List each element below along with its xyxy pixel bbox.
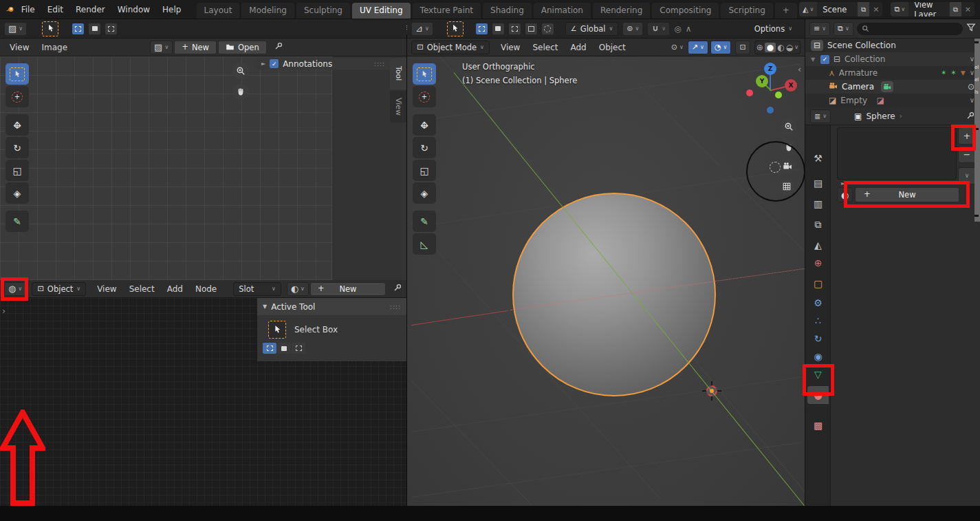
uv-active-tool-button[interactable] [42, 21, 58, 36]
uv-new-image-button[interactable]: +New [174, 41, 217, 54]
chevron-down-icon[interactable]: ∨ [970, 70, 974, 76]
pivot-point-button[interactable]: ⊚∨ [622, 22, 643, 36]
z-axis-ball[interactable]: Z [764, 63, 776, 75]
node-menu-add[interactable]: Add [162, 283, 188, 295]
vp-select-mode-extend[interactable] [492, 23, 504, 34]
workspace-tab-sculpting[interactable]: Sculpting [296, 3, 350, 19]
region-collapse-icon[interactable]: ‹ [798, 65, 801, 74]
options-dropdown[interactable]: Options∨ [749, 22, 798, 36]
outliner-row-scene-collection[interactable]: ⊟ Scene Collection [805, 39, 980, 52]
tab-material[interactable]: ◕ [807, 386, 829, 404]
tab-modifiers[interactable]: ⚙ [807, 294, 829, 312]
annotations-panel-header[interactable]: ► ✓ Annotations :::: [256, 58, 391, 70]
panel-grip[interactable]: :::: [374, 61, 385, 67]
viewport-editor-type-button[interactable]: ⊿∨ [411, 22, 433, 36]
slots-expander-icon[interactable]: ► [841, 181, 845, 187]
viewport-canvas[interactable]: User Orthographic (1) Scene Collection |… [407, 56, 805, 506]
neg-y-axis-dot[interactable] [775, 92, 782, 98]
new-scene-copy-icon[interactable]: ⧉ [858, 2, 869, 17]
slot-dropdown[interactable]: Slot∨ [233, 282, 281, 296]
proportional-falloff-icon[interactable]: ∧ [686, 25, 692, 33]
vp-select-mode-intersect[interactable] [542, 23, 554, 34]
uv-menu-image[interactable]: Image [36, 41, 73, 54]
uv-tool-cursor[interactable]: + [6, 86, 29, 107]
material-slots-list[interactable] [837, 127, 957, 180]
outliner-editor-type-button[interactable]: ≡∨ [809, 22, 830, 36]
show-overlays-toggle[interactable]: ◔∨ [710, 41, 731, 54]
tab-particles[interactable]: ∴ [807, 312, 829, 330]
panel-grip[interactable]: :::: [390, 304, 401, 310]
properties-pin-icon[interactable] [966, 111, 975, 123]
shading-rendered-button[interactable]: ◒ [786, 43, 793, 52]
xray-toggle[interactable]: ⊡ [735, 41, 750, 54]
outliner-row-armature[interactable]: ⋏ Armature ✶ ✶ ▼ ∨ [805, 66, 980, 80]
scene-browse-button[interactable]: ◭∨ [799, 2, 817, 17]
workspace-tab-animation[interactable]: Animation [534, 3, 591, 19]
tab-tool[interactable]: ⚒ [807, 149, 829, 167]
workspace-tab-scripting[interactable]: Scripting [721, 3, 772, 19]
tab-object-data[interactable]: ▽ [807, 365, 829, 383]
tab-scene[interactable]: ◭ [807, 236, 829, 254]
outliner-display-mode-button[interactable]: ⧉∨ [834, 22, 853, 36]
tab-output[interactable]: ▥ [807, 195, 829, 213]
neg-z-axis-dot[interactable] [767, 107, 774, 114]
tab-view-layer[interactable]: ⧉ [807, 215, 829, 233]
uv-menu-view[interactable]: View [4, 41, 34, 54]
eye-icon[interactable]: ⊙ [968, 83, 974, 91]
vp-tool-measure[interactable]: ◺ [413, 233, 436, 255]
menu-help[interactable]: Help [157, 3, 186, 16]
slots-grip[interactable]: :::: [893, 180, 904, 186]
uv-sidebar-tab-tool[interactable]: Tool [390, 58, 406, 89]
outliner-row-collection[interactable]: ▼ ✓ ⊟ Collection ∨ [805, 52, 980, 66]
workspace-tab-layout[interactable]: Layout [197, 3, 240, 19]
workspace-tab-rendering[interactable]: Rendering [593, 3, 650, 19]
material-browse-button[interactable]: ◐∨ [287, 282, 309, 296]
show-gizmo-toggle[interactable]: ↗∨ [688, 41, 708, 54]
vp-menu-select[interactable]: Select [527, 41, 563, 54]
menu-edit[interactable]: Edit [42, 3, 69, 16]
pose-icon[interactable]: ✶ [941, 70, 946, 76]
shading-wireframe-button[interactable]: ⊕ [756, 43, 763, 52]
menu-window[interactable]: Window [112, 3, 155, 16]
uv-open-image-button[interactable]: Open [218, 41, 267, 54]
sidebar-expand-icon[interactable]: › [2, 306, 6, 315]
uv-select-mode-subtract[interactable] [105, 23, 117, 34]
filter-icon[interactable] [966, 23, 976, 34]
new-material-button[interactable]: +New [855, 187, 959, 202]
add-material-slot-button[interactable]: + [958, 127, 976, 145]
add-workspace-button[interactable]: + [775, 3, 797, 19]
mode-dropdown[interactable]: ⊡Object Mode∨ [411, 41, 490, 54]
vp-select-mode-invert[interactable] [525, 23, 537, 34]
camera-data-icon[interactable] [881, 81, 893, 92]
vp-tool-cursor[interactable]: + [413, 86, 436, 107]
outliner-row-camera[interactable]: Camera ⊙ [805, 80, 980, 94]
uv-tool-select-box[interactable] [6, 63, 29, 85]
tab-texture[interactable]: ▩ [807, 416, 829, 434]
workspace-tab-compositing[interactable]: Compositing [652, 3, 719, 19]
tab-physics[interactable]: ↻ [807, 330, 829, 348]
uv-select-mode-extend[interactable] [89, 23, 100, 34]
shader-type-dropdown[interactable]: ⊡Object∨ [32, 282, 86, 296]
collection-checkbox[interactable]: ✓ [820, 55, 829, 64]
workspace-tab-uv-editing[interactable]: UV Editing [352, 3, 411, 19]
node-pin-icon[interactable] [393, 283, 402, 295]
shader-editor-canvas[interactable]: › ▼ Active Tool :::: Select Box [0, 298, 406, 506]
shader-editor-type-button[interactable]: ◍∨ [4, 282, 26, 296]
vp-menu-view[interactable]: View [495, 41, 525, 54]
vp-pan-hand-icon[interactable] [781, 139, 797, 156]
properties-editor-type-button[interactable]: ≣∨ [810, 109, 831, 123]
uv-select-mode-new[interactable] [72, 23, 84, 34]
uv-image-browse-button[interactable]: ▨∨ [150, 41, 173, 54]
uv-pan-hand-icon[interactable] [232, 83, 249, 100]
node-menu-view[interactable]: View [91, 283, 122, 295]
visibility-dropdown[interactable]: ⊙∨ [667, 41, 688, 54]
node-menu-select[interactable]: Select [124, 283, 160, 295]
outliner-row-empty[interactable]: ◪ Empty ◪ ∨ [805, 94, 980, 107]
chevron-down-icon[interactable]: ∨ [970, 56, 974, 63]
tab-object[interactable]: ▢ [807, 275, 829, 293]
vp-tool-move[interactable]: ↔↕ [413, 114, 436, 136]
vp-tool-rotate[interactable]: ↻ [413, 137, 436, 158]
remove-view-layer-icon[interactable]: × [961, 5, 974, 14]
view-layer-name-field[interactable]: View Layer [908, 2, 949, 17]
chevron-down-icon[interactable]: ∨ [970, 97, 974, 104]
